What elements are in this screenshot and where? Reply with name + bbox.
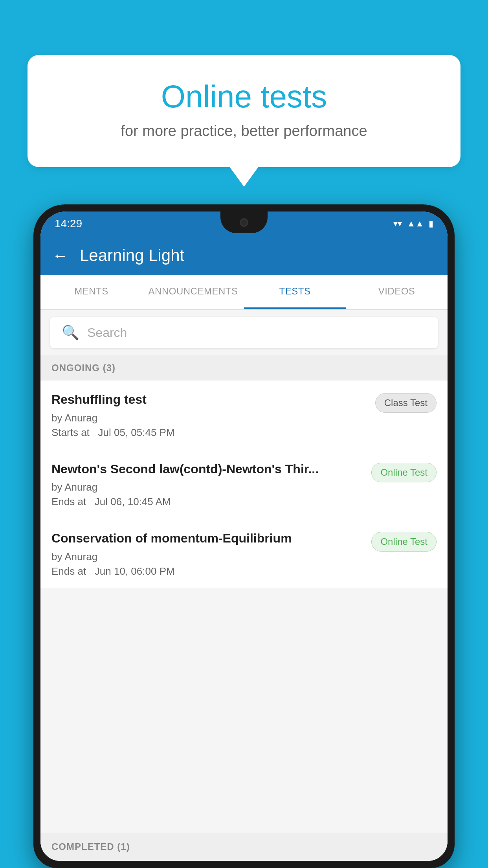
search-placeholder: Search (87, 326, 127, 340)
tag-online-test: Online Test (371, 463, 437, 482)
status-icons: ▾▾ ▲▲ ▮ (393, 219, 433, 229)
status-time: 14:29 (55, 217, 82, 230)
list-item[interactable]: Conservation of momentum-Equilibrium by … (40, 519, 448, 589)
camera-dot (240, 218, 248, 227)
tag-class-test: Class Test (375, 393, 437, 413)
phone-wrapper: 14:29 ▾▾ ▲▲ ▮ ← Learning Light MENTS (33, 204, 455, 868)
speech-bubble-container: Online tests for more practice, better p… (28, 55, 460, 167)
wifi-icon: ▾▾ (393, 219, 402, 229)
item-date: Ends at Jun 10, 06:00 PM (51, 565, 363, 577)
tab-tests[interactable]: TESTS (244, 275, 346, 309)
search-container: 🔍 Search (40, 310, 448, 355)
item-author: by Anurag (51, 551, 363, 563)
notch (220, 211, 268, 233)
test-list: Reshuffling test by Anurag Starts at Jul… (40, 381, 448, 589)
signal-icon: ▲▲ (407, 219, 424, 229)
list-item[interactable]: Newton's Second law(contd)-Newton's Thir… (40, 450, 448, 520)
list-item-content: Conservation of momentum-Equilibrium by … (51, 530, 371, 577)
item-author: by Anurag (51, 412, 367, 424)
status-bar: 14:29 ▾▾ ▲▲ ▮ (40, 211, 448, 236)
battery-icon: ▮ (429, 219, 433, 229)
bubble-subtitle: for more practice, better performance (59, 123, 429, 140)
list-item-content: Newton's Second law(contd)-Newton's Thir… (51, 461, 371, 508)
tab-videos[interactable]: VIDEOS (346, 275, 448, 309)
item-title: Reshuffling test (51, 392, 367, 408)
ongoing-label: ONGOING (3) (51, 362, 116, 373)
item-date: Ends at Jul 06, 10:45 AM (51, 496, 363, 508)
back-button[interactable]: ← (52, 247, 68, 265)
completed-label: COMPLETED (1) (51, 841, 130, 852)
ongoing-section-header: ONGOING (3) (40, 355, 448, 381)
tabs-bar: MENTS ANNOUNCEMENTS TESTS VIDEOS (40, 275, 448, 310)
item-title: Conservation of momentum-Equilibrium (51, 530, 363, 547)
tag-online-test-2: Online Test (371, 532, 437, 552)
app-bar: ← Learning Light (40, 236, 448, 275)
list-item[interactable]: Reshuffling test by Anurag Starts at Jul… (40, 381, 448, 450)
tab-ments[interactable]: MENTS (40, 275, 142, 309)
app-bar-title: Learning Light (80, 246, 184, 265)
item-title: Newton's Second law(contd)-Newton's Thir… (51, 461, 363, 478)
phone-screen: 14:29 ▾▾ ▲▲ ▮ ← Learning Light MENTS (40, 211, 448, 861)
item-author: by Anurag (51, 481, 363, 493)
phone-outer: 14:29 ▾▾ ▲▲ ▮ ← Learning Light MENTS (33, 204, 455, 868)
item-date: Starts at Jul 05, 05:45 PM (51, 427, 367, 439)
tab-announcements[interactable]: ANNOUNCEMENTS (142, 275, 244, 309)
list-item-content: Reshuffling test by Anurag Starts at Jul… (51, 392, 375, 439)
completed-section-header: COMPLETED (1) (40, 833, 448, 861)
search-icon: 🔍 (62, 324, 79, 341)
search-bar[interactable]: 🔍 Search (50, 317, 438, 348)
bubble-title: Online tests (59, 79, 429, 115)
speech-bubble: Online tests for more practice, better p… (28, 55, 460, 167)
